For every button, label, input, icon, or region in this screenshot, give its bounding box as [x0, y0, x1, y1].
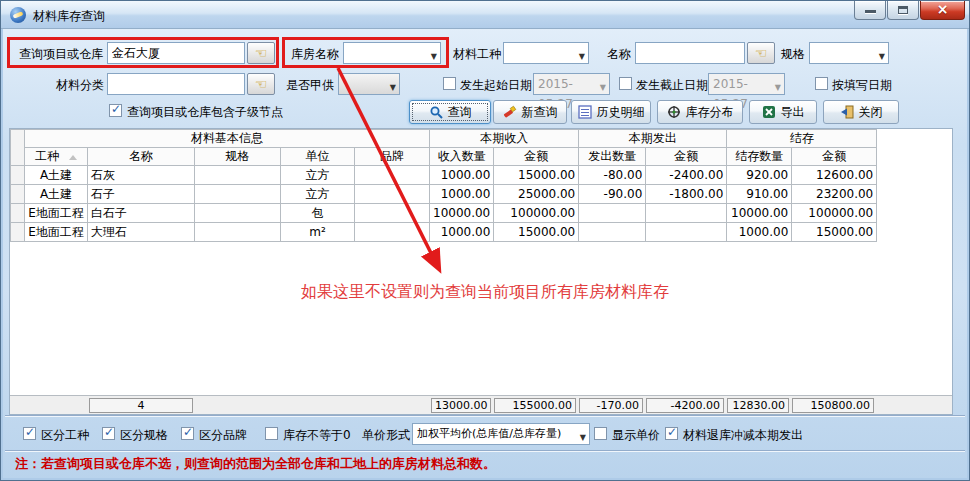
close-button[interactable]: ×: [920, 1, 965, 20]
table-cell[interactable]: -90.00: [579, 185, 646, 204]
query-button[interactable]: 查询: [409, 100, 491, 124]
column-header-bal-qty[interactable]: 结存数量: [727, 148, 792, 166]
return-offset-checkbox[interactable]: [665, 427, 678, 440]
table-row[interactable]: A土建 石子 立方 1000.00 25000.00 -90.00 -1800.…: [11, 185, 877, 204]
column-header-name[interactable]: 名称: [88, 148, 195, 166]
table-cell[interactable]: 23200.00: [792, 185, 877, 204]
column-header-out-amt[interactable]: 金额: [646, 148, 727, 166]
table-cell[interactable]: 大理石: [88, 223, 195, 242]
table-cell[interactable]: 包: [281, 204, 355, 223]
table-cell[interactable]: E地面工程: [25, 204, 88, 223]
trade-select[interactable]: ▼: [503, 42, 589, 64]
table-row[interactable]: E地面工程 大理石 m² 1000.00 15000.00 1000.00 15…: [11, 223, 877, 242]
table-cell[interactable]: [355, 204, 430, 223]
table-cell[interactable]: [646, 223, 727, 242]
price-mode-select[interactable]: 加权平均价(总库值/总库存量) ▼: [412, 423, 590, 445]
table-cell[interactable]: [355, 223, 430, 242]
table-cell[interactable]: [195, 166, 281, 185]
by-brand-checkbox[interactable]: [181, 427, 194, 440]
table-cell[interactable]: 立方: [281, 185, 355, 204]
fill-date-checkbox[interactable]: [815, 77, 828, 90]
column-group-header: 材料基本信息: [25, 130, 430, 148]
category-browse-button[interactable]: ☜: [247, 73, 275, 95]
options-bar: 区分工种 区分规格 区分品牌 库存不等于0 单价形式 加权平均价(总库值/总库存…: [5, 415, 965, 450]
table-cell[interactable]: 立方: [281, 166, 355, 185]
show-price-checkbox[interactable]: [594, 427, 607, 440]
table-cell[interactable]: 920.00: [727, 166, 792, 185]
column-header-in-qty[interactable]: 收入数量: [430, 148, 494, 166]
column-header-in-amt[interactable]: 金额: [494, 148, 579, 166]
table-cell[interactable]: 10000.00: [430, 204, 494, 223]
by-trade-checkbox[interactable]: [23, 427, 36, 440]
new-query-button[interactable]: 新查询: [493, 100, 567, 124]
include-children-checkbox[interactable]: [109, 104, 122, 117]
close-window-button[interactable]: 关闭: [823, 100, 899, 124]
table-cell[interactable]: A土建: [25, 166, 88, 185]
table-cell[interactable]: 1000.00: [430, 166, 494, 185]
export-button[interactable]: 导出: [749, 100, 817, 124]
table-cell[interactable]: 25000.00: [494, 185, 579, 204]
row-selector[interactable]: [11, 223, 25, 242]
stock-distribution-button[interactable]: 库存分布: [657, 100, 743, 124]
table-cell[interactable]: [195, 204, 281, 223]
minimize-button[interactable]: [854, 1, 886, 20]
start-date-checkbox[interactable]: [443, 77, 456, 90]
table-cell[interactable]: 10000.00: [727, 204, 792, 223]
table-cell[interactable]: 12600.00: [792, 166, 877, 185]
table-cell[interactable]: 100000.00: [494, 204, 579, 223]
table-cell[interactable]: -1800.00: [646, 185, 727, 204]
table-row[interactable]: A土建 石灰 立方 1000.00 15000.00 -80.00 -2400.…: [11, 166, 877, 185]
table-cell[interactable]: A土建: [25, 185, 88, 204]
column-header-spec[interactable]: 规格: [195, 148, 281, 166]
category-input[interactable]: [107, 73, 245, 95]
name-input[interactable]: [635, 42, 745, 64]
table-cell[interactable]: m²: [281, 223, 355, 242]
end-date-select[interactable]: 2015-05-27 ▼: [708, 73, 785, 95]
table-cell[interactable]: 白石子: [88, 204, 195, 223]
export-button-label: 导出: [781, 104, 805, 121]
table-cell[interactable]: [579, 223, 646, 242]
table-cell[interactable]: 石灰: [88, 166, 195, 185]
column-header-brand[interactable]: 品牌: [355, 148, 430, 166]
history-detail-button[interactable]: 历史明细: [571, 100, 651, 124]
table-cell[interactable]: [195, 223, 281, 242]
name-browse-button[interactable]: ☜: [747, 42, 775, 64]
summary-row-count: 4: [89, 398, 193, 413]
summary-row: 4 13000.00 155000.00 -170.00 -4200.00 12…: [10, 395, 952, 414]
maximize-button[interactable]: [887, 1, 919, 20]
spec-select[interactable]: ▼: [809, 42, 889, 64]
row-selector[interactable]: [11, 204, 25, 223]
table-cell[interactable]: 910.00: [727, 185, 792, 204]
row-selector[interactable]: [11, 185, 25, 204]
table-cell[interactable]: 1000.00: [430, 223, 494, 242]
summary-out-qty: -170.00: [579, 398, 643, 413]
row-selector[interactable]: [11, 166, 25, 185]
nonzero-checkbox[interactable]: [265, 427, 278, 440]
show-price-label: 显示单价: [612, 428, 660, 442]
table-cell[interactable]: [355, 185, 430, 204]
table-cell[interactable]: 15000.00: [494, 223, 579, 242]
table-cell[interactable]: E地面工程: [25, 223, 88, 242]
table-cell[interactable]: 15000.00: [494, 166, 579, 185]
table-cell[interactable]: 15000.00: [792, 223, 877, 242]
table-cell[interactable]: [355, 166, 430, 185]
table-cell[interactable]: [579, 204, 646, 223]
by-spec-checkbox[interactable]: [102, 427, 115, 440]
column-header-bal-amt[interactable]: 金额: [792, 148, 877, 166]
table-cell[interactable]: 石子: [88, 185, 195, 204]
history-detail-button-label: 历史明细: [597, 104, 645, 121]
table-cell[interactable]: 1000.00: [430, 185, 494, 204]
column-header-out-qty[interactable]: 发出数量: [579, 148, 646, 166]
table-cell[interactable]: [195, 185, 281, 204]
table-cell[interactable]: [646, 204, 727, 223]
column-header-trade[interactable]: 工种: [25, 148, 88, 166]
column-header-unit[interactable]: 单位: [281, 148, 355, 166]
table-cell[interactable]: 1000.00: [727, 223, 792, 242]
supply-select[interactable]: ▼: [338, 73, 400, 95]
end-date-checkbox[interactable]: [619, 77, 632, 90]
table-row[interactable]: E地面工程 白石子 包 10000.00 100000.00 10000.00 …: [11, 204, 877, 223]
table-cell[interactable]: 100000.00: [792, 204, 877, 223]
table-cell[interactable]: -80.00: [579, 166, 646, 185]
start-date-select[interactable]: 2015-05-27 ▼: [533, 73, 610, 95]
table-cell[interactable]: -2400.00: [646, 166, 727, 185]
